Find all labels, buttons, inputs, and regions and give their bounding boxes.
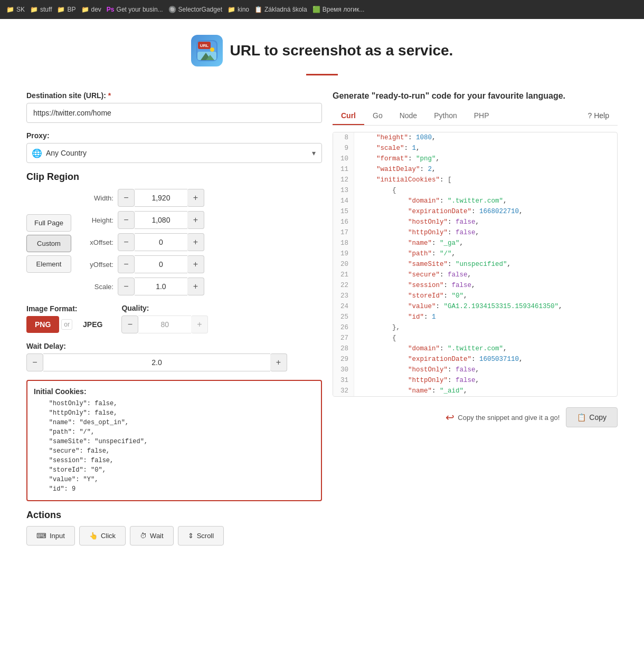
format-label: Image Format: xyxy=(26,304,111,313)
tab-sk[interactable]: 📁 SK xyxy=(6,6,25,13)
left-panel: Destination site (URL): * Proxy: 🌐 Any C… xyxy=(26,91,322,546)
cookies-textarea[interactable]: "hostOnly": false, "httpOnly": false, "n… xyxy=(34,399,315,494)
tab-dev[interactable]: 📁 dev xyxy=(81,6,101,13)
code-line-21: 21 "secure": false, xyxy=(333,270,617,280)
height-stepper: − + xyxy=(118,211,204,229)
copy-button[interactable]: 📋 Copy xyxy=(566,407,618,427)
clip-btn-element[interactable]: Element xyxy=(26,255,71,273)
line-content-22: "session": false, xyxy=(354,280,482,291)
yoffset-increase-button[interactable]: + xyxy=(187,255,204,273)
line-content-17: "httpOnly": false, xyxy=(354,227,486,238)
curved-arrow-icon: ↩ xyxy=(446,411,454,424)
line-num-28: 28 xyxy=(333,343,354,354)
format-toggle: PNG or JPEG xyxy=(26,316,111,333)
scale-increase-button[interactable]: + xyxy=(187,278,204,295)
pointer-icon: 👆 xyxy=(89,532,98,540)
wait-increase-button[interactable]: + xyxy=(270,353,287,371)
code-line-14: 14 "domain": ".twitter.com", xyxy=(333,196,617,206)
scroll-action-button[interactable]: ⇕ Scroll xyxy=(178,526,224,546)
globe-icon: 🌐 xyxy=(32,148,42,158)
clip-row-yoffset: yOffset: − + xyxy=(77,255,322,273)
line-num-18: 18 xyxy=(333,238,354,248)
browser-bar: 📁 SK 📁 stuff 📁 BP 📁 dev Ps Get your busi… xyxy=(0,0,644,19)
proxy-select-wrapper: 🌐 Any Country US UK ▾ xyxy=(26,143,322,163)
line-num-22: 22 xyxy=(333,280,354,291)
input-action-button[interactable]: ⌨ Input xyxy=(26,526,75,546)
line-content-11: "waitDelay": 2, xyxy=(354,164,442,175)
tab-stuff[interactable]: 📁 stuff xyxy=(30,6,52,13)
code-line-18: 18 "name": "_ga", xyxy=(333,238,617,248)
height-label: Height: xyxy=(77,216,113,224)
clip-btn-custom[interactable]: Custom xyxy=(26,235,71,252)
line-num-10: 10 xyxy=(333,154,354,164)
code-line-28: 28 "domain": ".twitter.com", xyxy=(333,343,617,354)
tab-curl[interactable]: Curl xyxy=(333,107,364,125)
scroll-icon: ⇕ xyxy=(188,532,194,540)
wait-input[interactable] xyxy=(43,353,270,371)
tab-php[interactable]: PHP xyxy=(466,107,498,125)
tab-bp[interactable]: 📁 BP xyxy=(57,6,75,13)
proxy-select[interactable]: Any Country US UK xyxy=(26,143,322,163)
url-input[interactable] xyxy=(26,103,322,123)
xoffset-stepper: − + xyxy=(118,233,204,251)
line-num-30: 30 xyxy=(333,365,354,375)
quality-increase-button[interactable]: + xyxy=(191,315,208,333)
xoffset-decrease-button[interactable]: − xyxy=(118,233,135,251)
wait-action-button[interactable]: ⏱ Wait xyxy=(130,526,174,546)
jpeg-button[interactable]: JPEG xyxy=(74,316,111,333)
line-num-25: 25 xyxy=(333,312,354,322)
clip-btn-fullpage[interactable]: Full Page xyxy=(26,214,71,232)
click-action-button[interactable]: 👆 Click xyxy=(79,526,126,546)
line-num-24: 24 xyxy=(333,301,354,312)
line-num-8: 8 xyxy=(333,132,354,143)
wait-decrease-button[interactable]: − xyxy=(26,353,43,371)
yoffset-input[interactable] xyxy=(135,255,187,273)
scale-stepper: − + xyxy=(118,278,204,295)
width-increase-button[interactable]: + xyxy=(187,189,204,207)
width-input[interactable] xyxy=(135,189,187,207)
png-button[interactable]: PNG xyxy=(26,316,59,333)
tab-kino[interactable]: 📁 kino xyxy=(228,6,249,13)
header: URL URL to screenshot as a service. xyxy=(0,19,644,81)
code-line-10: 10 "format": "png", xyxy=(333,154,617,164)
xoffset-input[interactable] xyxy=(135,233,187,251)
width-decrease-button[interactable]: − xyxy=(118,189,135,207)
tab-node[interactable]: Node xyxy=(391,107,425,125)
code-gen-title: Generate "ready-to-run" code for your fa… xyxy=(333,91,618,101)
actions-title: Actions xyxy=(26,510,322,521)
tab-skola[interactable]: 📋 Základná škola xyxy=(254,6,307,13)
line-content-31: "httpOnly": false, xyxy=(354,375,486,386)
yoffset-decrease-button[interactable]: − xyxy=(118,255,135,273)
line-num-12: 12 xyxy=(333,175,354,185)
circle-icon: 🔘 xyxy=(168,6,176,13)
height-input[interactable] xyxy=(135,211,187,229)
line-num-26: 26 xyxy=(333,322,354,333)
tab-help[interactable]: ? Help xyxy=(580,107,618,125)
tab-go[interactable]: Go xyxy=(364,107,391,125)
tab-python[interactable]: Python xyxy=(425,107,466,125)
wait-delay-stepper: − + xyxy=(26,353,322,371)
right-panel: Generate "ready-to-run" code for your fa… xyxy=(333,91,618,546)
line-content-20: "sameSite": "unspecified", xyxy=(354,259,517,270)
line-num-23: 23 xyxy=(333,291,354,301)
code-line-8: 8 "height": 1080, xyxy=(333,132,617,143)
tab-ps[interactable]: Ps Get your busin... xyxy=(107,6,163,13)
quality-input[interactable] xyxy=(138,315,191,333)
line-num-16: 16 xyxy=(333,217,354,227)
line-content-8: "height": 1080, xyxy=(354,132,442,143)
code-line-24: 24 "value": "GA1.2.1934153315.1593461350… xyxy=(333,301,617,312)
line-content-29: "expirationDate": 1605037110, xyxy=(354,354,529,365)
height-decrease-button[interactable]: − xyxy=(118,211,135,229)
svg-point-7 xyxy=(210,47,214,52)
tab-selector[interactable]: 🔘 SelectorGadget xyxy=(168,6,222,13)
xoffset-increase-button[interactable]: + xyxy=(187,233,204,251)
clip-region: Clip Region Full Page Custom Element Wid… xyxy=(26,171,322,295)
quality-decrease-button[interactable]: − xyxy=(121,315,138,333)
code-scroll[interactable]: 8 "height": 1080, 9 "scale": 1, 10 "form… xyxy=(333,132,617,396)
height-increase-button[interactable]: + xyxy=(187,211,204,229)
tab-logik[interactable]: 🟩 Время логик... xyxy=(312,6,365,13)
scale-input[interactable] xyxy=(135,278,187,295)
scale-decrease-button[interactable]: − xyxy=(118,278,135,295)
folder-icon: 📁 xyxy=(6,6,14,13)
clip-buttons: Full Page Custom Element xyxy=(26,191,71,295)
